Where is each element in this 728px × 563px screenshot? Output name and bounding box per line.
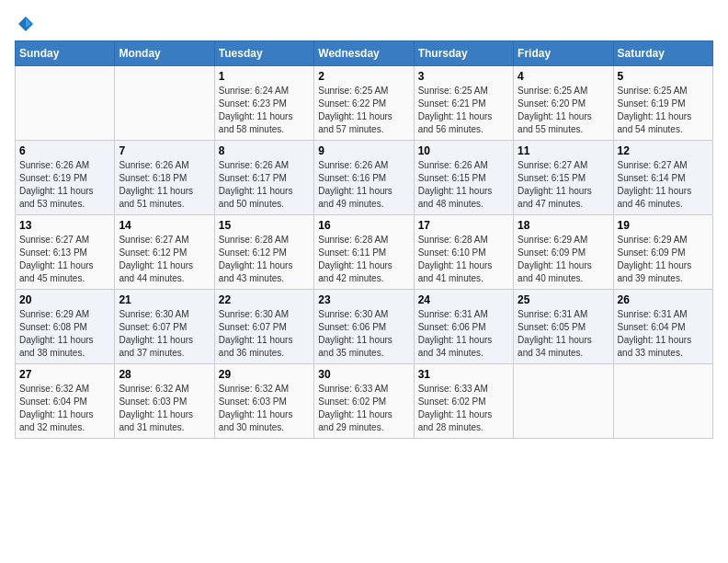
day-info: Sunrise: 6:29 AMSunset: 6:09 PMDaylight:… (618, 234, 709, 285)
sunset-info: Sunset: 6:23 PM (219, 98, 287, 109)
sunset-info: Sunset: 6:13 PM (19, 247, 87, 258)
day-number: 24 (418, 293, 509, 306)
sunrise-info: Sunrise: 6:25 AM (418, 86, 488, 96)
header (15, 15, 713, 29)
sunrise-info: Sunrise: 6:33 AM (418, 384, 488, 394)
sunrise-info: Sunrise: 6:33 AM (318, 384, 388, 394)
daylight-info: Daylight: 11 hours and 55 minutes. (518, 111, 592, 134)
sunrise-info: Sunrise: 6:29 AM (618, 235, 688, 245)
calendar-week-2: 6Sunrise: 6:26 AMSunset: 6:19 PMDaylight… (16, 141, 713, 215)
day-info: Sunrise: 6:27 AMSunset: 6:13 PMDaylight:… (19, 234, 110, 285)
daylight-info: Daylight: 11 hours and 43 minutes. (219, 260, 293, 283)
day-info: Sunrise: 6:28 AMSunset: 6:12 PMDaylight:… (219, 234, 310, 285)
sunset-info: Sunset: 6:03 PM (219, 396, 287, 407)
calendar-cell: 2Sunrise: 6:25 AMSunset: 6:22 PMDaylight… (314, 66, 414, 141)
day-info: Sunrise: 6:29 AMSunset: 6:08 PMDaylight:… (19, 308, 110, 360)
day-info: Sunrise: 6:33 AMSunset: 6:02 PMDaylight:… (318, 383, 409, 434)
daylight-info: Daylight: 11 hours and 54 minutes. (618, 111, 692, 134)
column-header-friday: Friday (514, 41, 613, 66)
sunrise-info: Sunrise: 6:32 AM (19, 384, 89, 394)
day-number: 9 (318, 144, 409, 157)
sunrise-info: Sunrise: 6:28 AM (219, 235, 289, 245)
day-info: Sunrise: 6:32 AMSunset: 6:03 PMDaylight:… (119, 383, 210, 434)
day-info: Sunrise: 6:32 AMSunset: 6:04 PMDaylight:… (19, 383, 110, 434)
sunset-info: Sunset: 6:22 PM (318, 98, 386, 109)
daylight-info: Daylight: 11 hours and 41 minutes. (418, 260, 493, 283)
sunrise-info: Sunrise: 6:30 AM (119, 309, 188, 319)
sunrise-info: Sunrise: 6:31 AM (418, 309, 488, 319)
calendar-cell: 19Sunrise: 6:29 AMSunset: 6:09 PMDayligh… (613, 215, 712, 290)
calendar-cell: 3Sunrise: 6:25 AMSunset: 6:21 PMDaylight… (414, 66, 513, 141)
sunrise-info: Sunrise: 6:26 AM (19, 160, 89, 170)
daylight-info: Daylight: 11 hours and 56 minutes. (418, 111, 493, 134)
sunset-info: Sunset: 6:09 PM (518, 247, 586, 258)
day-info: Sunrise: 6:30 AMSunset: 6:06 PMDaylight:… (318, 308, 409, 360)
sunset-info: Sunset: 6:17 PM (219, 173, 287, 183)
daylight-info: Daylight: 11 hours and 29 minutes. (318, 409, 392, 432)
day-info: Sunrise: 6:25 AMSunset: 6:22 PMDaylight:… (318, 85, 409, 136)
calendar-cell: 26Sunrise: 6:31 AMSunset: 6:04 PMDayligh… (613, 290, 712, 364)
calendar-cell: 21Sunrise: 6:30 AMSunset: 6:07 PMDayligh… (115, 290, 214, 364)
sunrise-info: Sunrise: 6:32 AM (119, 384, 188, 394)
sunset-info: Sunset: 6:07 PM (119, 322, 187, 332)
daylight-info: Daylight: 11 hours and 28 minutes. (418, 409, 493, 432)
sunset-info: Sunset: 6:09 PM (618, 247, 686, 258)
daylight-info: Daylight: 11 hours and 31 minutes. (119, 409, 193, 432)
day-number: 20 (19, 293, 110, 306)
sunrise-info: Sunrise: 6:27 AM (618, 160, 688, 170)
daylight-info: Daylight: 11 hours and 40 minutes. (518, 260, 592, 283)
sunrise-info: Sunrise: 6:26 AM (119, 160, 188, 170)
day-number: 29 (219, 368, 310, 381)
day-number: 25 (518, 293, 609, 306)
sunset-info: Sunset: 6:14 PM (618, 173, 686, 183)
day-number: 21 (119, 293, 210, 306)
calendar-cell: 8Sunrise: 6:26 AMSunset: 6:17 PMDaylight… (214, 141, 313, 215)
daylight-info: Daylight: 11 hours and 35 minutes. (318, 335, 392, 358)
day-info: Sunrise: 6:30 AMSunset: 6:07 PMDaylight:… (119, 308, 210, 360)
calendar-cell (613, 364, 712, 439)
daylight-info: Daylight: 11 hours and 51 minutes. (119, 186, 193, 209)
sunrise-info: Sunrise: 6:26 AM (418, 160, 488, 170)
sunrise-info: Sunrise: 6:27 AM (119, 235, 188, 245)
day-info: Sunrise: 6:25 AMSunset: 6:19 PMDaylight:… (618, 85, 709, 136)
sunset-info: Sunset: 6:12 PM (119, 247, 187, 258)
day-number: 23 (318, 293, 409, 306)
day-info: Sunrise: 6:28 AMSunset: 6:10 PMDaylight:… (418, 234, 509, 285)
daylight-info: Daylight: 11 hours and 53 minutes. (19, 186, 94, 209)
daylight-info: Daylight: 11 hours and 30 minutes. (219, 409, 293, 432)
daylight-info: Daylight: 11 hours and 32 minutes. (19, 409, 94, 432)
daylight-info: Daylight: 11 hours and 39 minutes. (618, 260, 692, 283)
day-number: 22 (219, 293, 310, 306)
sunset-info: Sunset: 6:15 PM (518, 173, 586, 183)
day-number: 19 (618, 219, 709, 232)
calendar-week-1: 1Sunrise: 6:24 AMSunset: 6:23 PMDaylight… (16, 66, 713, 141)
day-info: Sunrise: 6:25 AMSunset: 6:20 PMDaylight:… (518, 85, 609, 136)
day-number: 5 (618, 70, 709, 83)
sunrise-info: Sunrise: 6:29 AM (19, 309, 89, 319)
calendar-cell (115, 66, 214, 141)
day-info: Sunrise: 6:26 AMSunset: 6:18 PMDaylight:… (119, 159, 210, 211)
sunset-info: Sunset: 6:04 PM (618, 322, 686, 332)
calendar-cell: 6Sunrise: 6:26 AMSunset: 6:19 PMDaylight… (16, 141, 115, 215)
daylight-info: Daylight: 11 hours and 48 minutes. (418, 186, 493, 209)
sunset-info: Sunset: 6:03 PM (119, 396, 187, 407)
day-info: Sunrise: 6:27 AMSunset: 6:12 PMDaylight:… (119, 234, 210, 285)
day-info: Sunrise: 6:27 AMSunset: 6:14 PMDaylight:… (618, 159, 709, 211)
calendar-cell: 16Sunrise: 6:28 AMSunset: 6:11 PMDayligh… (314, 215, 414, 290)
day-number: 4 (518, 70, 609, 83)
sunset-info: Sunset: 6:19 PM (19, 173, 87, 183)
sunrise-info: Sunrise: 6:27 AM (518, 160, 587, 170)
daylight-info: Daylight: 11 hours and 49 minutes. (318, 186, 392, 209)
calendar-cell: 15Sunrise: 6:28 AMSunset: 6:12 PMDayligh… (214, 215, 313, 290)
sunrise-info: Sunrise: 6:26 AM (219, 160, 289, 170)
calendar-week-3: 13Sunrise: 6:27 AMSunset: 6:13 PMDayligh… (16, 215, 713, 290)
daylight-info: Daylight: 11 hours and 37 minutes. (119, 335, 193, 358)
calendar-cell: 20Sunrise: 6:29 AMSunset: 6:08 PMDayligh… (16, 290, 115, 364)
calendar-cell (514, 364, 613, 439)
column-header-sunday: Sunday (16, 41, 115, 66)
sunset-info: Sunset: 6:06 PM (418, 322, 486, 332)
daylight-info: Daylight: 11 hours and 47 minutes. (518, 186, 592, 209)
calendar-cell: 4Sunrise: 6:25 AMSunset: 6:20 PMDaylight… (514, 66, 613, 141)
calendar-cell: 29Sunrise: 6:32 AMSunset: 6:03 PMDayligh… (214, 364, 313, 439)
logo (15, 15, 37, 29)
